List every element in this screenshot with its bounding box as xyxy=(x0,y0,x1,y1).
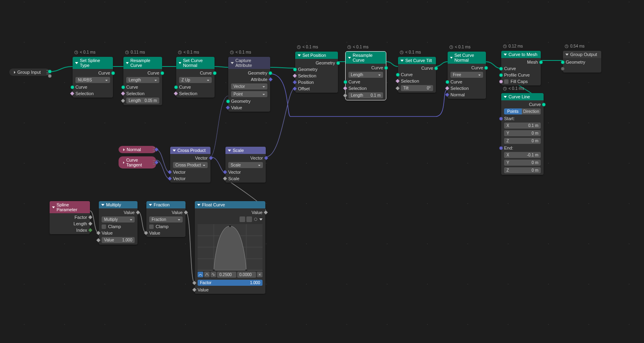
type-dropdown[interactable]: Vector xyxy=(231,83,267,89)
clamp-checkbox[interactable] xyxy=(149,225,154,229)
tilt-field[interactable]: Tilt0° xyxy=(401,85,433,91)
svg-marker-20 xyxy=(565,54,569,56)
handle-auto-icon[interactable] xyxy=(198,272,203,277)
node-capture-attribute[interactable]: < 0.1 ms Capture Attribute Geometry Attr… xyxy=(228,57,270,112)
svg-marker-24 xyxy=(123,161,124,164)
op-dropdown[interactable]: Fraction xyxy=(149,216,183,222)
svg-marker-30 xyxy=(197,204,200,206)
node-scale[interactable]: Scale Vector Scale Vector Scale xyxy=(225,147,266,183)
node-resample-curve-1[interactable]: 0.11 ms Resample Curve Curve Length Curv… xyxy=(123,57,162,105)
node-set-spline-type[interactable]: < 0.1 ms Set Spline Type Curve NURBS Cur… xyxy=(73,57,113,98)
op-dropdown[interactable]: Cross Product xyxy=(173,162,208,168)
node-curve-tangent[interactable]: Curve Tangent xyxy=(119,156,156,168)
svg-marker-6 xyxy=(179,62,181,64)
node-float-curve[interactable]: Float Curve Value xyxy=(195,201,265,294)
svg-marker-25 xyxy=(173,150,176,152)
svg-marker-29 xyxy=(149,204,152,206)
mode-toggle[interactable]: PointsDirection xyxy=(504,108,541,114)
handle-y-field[interactable]: 0.0000 xyxy=(237,272,256,278)
type-dropdown[interactable]: NURBS xyxy=(75,77,110,83)
svg-marker-31 xyxy=(259,218,263,220)
svg-marker-4 xyxy=(126,62,129,64)
mode-dropdown[interactable]: Length xyxy=(348,72,383,78)
node-spline-parameter[interactable]: Spline Parameter Factor Length Index xyxy=(50,201,90,234)
timing: < 0.1 ms xyxy=(74,50,96,54)
handle-x-field[interactable]: 0.2500 xyxy=(217,272,236,278)
node-group-input[interactable]: Group Input xyxy=(9,69,50,76)
svg-marker-16 xyxy=(450,57,453,58)
svg-marker-23 xyxy=(123,148,125,151)
factor-field[interactable]: Factor1.000 xyxy=(198,280,263,286)
node-set-curve-normal-1[interactable]: < 0.1 ms Set Curve Normal Curve Z Up Cur… xyxy=(176,57,215,98)
op-dropdown[interactable]: Multiply xyxy=(102,216,135,222)
mode-dropdown[interactable]: Free xyxy=(450,72,483,78)
node-curve-to-mesh[interactable]: 0.12 ms Curve to Mesh Mesh Curve Profile… xyxy=(501,51,541,85)
delete-point-icon[interactable]: × xyxy=(257,272,263,277)
node-fraction[interactable]: Fraction Value Fraction Clamp Value xyxy=(146,201,185,237)
label: Group Input xyxy=(17,70,41,75)
mode-dropdown[interactable]: Length xyxy=(126,77,159,83)
mode-dropdown[interactable]: Z Up xyxy=(179,77,212,83)
op-dropdown[interactable]: Scale xyxy=(228,162,263,168)
node-group-output[interactable]: 0.54 ms Group Output Geometry xyxy=(563,51,601,73)
handle-vector-icon[interactable] xyxy=(204,272,210,277)
handle-free-icon[interactable] xyxy=(210,272,216,277)
clip-icon[interactable] xyxy=(254,218,257,221)
curve-editor[interactable] xyxy=(198,224,263,270)
zoom-in-icon[interactable] xyxy=(240,216,245,222)
node-cross-product[interactable]: Cross Product Vector Cross Product Vecto… xyxy=(170,147,210,183)
svg-marker-27 xyxy=(52,206,55,208)
length-field[interactable]: Length0.05 m xyxy=(126,98,159,104)
chevron-down-icon[interactable] xyxy=(259,217,263,222)
svg-marker-2 xyxy=(75,62,78,64)
node-set-position[interactable]: < 0.1 ms Set Position Geometry Geometry … xyxy=(295,52,338,93)
node-curve-line[interactable]: < 0.1 ms Curve Line Curve PointsDirectio… xyxy=(501,93,544,175)
domain-dropdown[interactable]: Point xyxy=(231,91,267,97)
svg-marker-12 xyxy=(348,57,351,59)
node-set-curve-tilt[interactable]: < 0.1 ms Set Curve Tilt Curve Curve Sele… xyxy=(398,57,436,93)
svg-point-40 xyxy=(229,225,231,227)
node-normal[interactable]: Normal xyxy=(119,146,156,153)
fillcaps-checkbox[interactable] xyxy=(504,79,509,84)
svg-marker-22 xyxy=(504,96,507,98)
svg-marker-28 xyxy=(101,204,104,206)
svg-marker-0 xyxy=(14,71,16,74)
node-multiply[interactable]: Multiply Value Multiply Clamp Value Valu… xyxy=(99,201,138,245)
zoom-out-icon[interactable] xyxy=(246,216,252,222)
header[interactable]: Set Spline Type xyxy=(73,57,113,69)
node-resample-curve-2[interactable]: < 0.1 ms Resample Curve Curve Length Cur… xyxy=(346,52,386,100)
svg-marker-10 xyxy=(298,54,301,56)
svg-marker-18 xyxy=(504,54,507,56)
svg-marker-14 xyxy=(400,60,404,62)
node-set-curve-normal-2[interactable]: < 0.1 ms Set Curve Normal Curve Free Cur… xyxy=(448,52,486,99)
svg-marker-8 xyxy=(231,62,234,64)
length-field[interactable]: Length0.1 m xyxy=(348,92,383,98)
svg-marker-26 xyxy=(228,150,231,152)
clamp-checkbox[interactable] xyxy=(102,225,106,229)
value-field[interactable]: Value1.000 xyxy=(102,237,135,243)
